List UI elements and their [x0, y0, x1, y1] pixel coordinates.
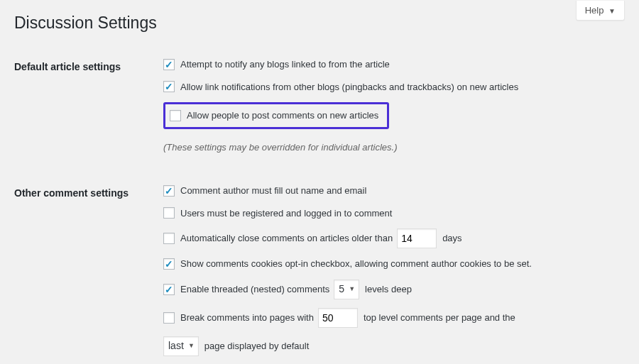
threaded-checkbox[interactable] [163, 284, 175, 295]
allow-pingbacks-label: Allow link notifications from other blog… [180, 80, 518, 94]
threaded-levels-value: 5 [339, 282, 344, 297]
section-header-default-article: Default article settings [14, 47, 156, 173]
break-pages-count-input[interactable] [318, 308, 358, 328]
registered-option[interactable]: Users must be registered and logged in t… [163, 206, 392, 221]
auto-close-days-input[interactable] [397, 228, 437, 248]
break-pages-order-select[interactable]: last [163, 336, 199, 356]
cookies-optin-label: Show comments cookies opt-in checkbox, a… [180, 257, 532, 271]
allow-comments-checkbox[interactable] [170, 110, 181, 121]
chevron-down-icon: ▼ [608, 7, 616, 15]
help-toggle[interactable]: Help ▼ [576, 1, 625, 21]
section-header-other-comment: Other comment settings [14, 173, 156, 364]
notify-blogs-checkbox[interactable] [163, 59, 175, 70]
allow-comments-option[interactable]: Allow people to post comments on new art… [170, 109, 378, 123]
help-label: Help [585, 5, 604, 16]
break-pages-checkbox[interactable] [163, 312, 175, 324]
auto-close-post-label: days [442, 231, 462, 246]
notify-blogs-option[interactable]: Attempt to notify any blogs linked to fr… [163, 57, 390, 72]
allow-comments-label: Allow people to post comments on new art… [187, 109, 378, 123]
auto-close-option[interactable]: Automatically close comments on articles… [163, 231, 393, 246]
allow-pingbacks-option[interactable]: Allow link notifications from other blog… [163, 80, 518, 94]
threaded-pre-label: Enable threaded (nested) comments [180, 282, 329, 297]
page-title: Discussion Settings [14, 7, 625, 35]
default-article-hint: (These settings may be overridden for in… [163, 140, 397, 155]
auto-close-checkbox[interactable] [163, 233, 175, 244]
break-pages-pre-label: Break comments into pages with [180, 311, 314, 325]
cookies-optin-checkbox[interactable] [163, 258, 175, 270]
break-pages-order-value: last [168, 338, 184, 353]
auto-close-pre-label: Automatically close comments on articles… [180, 231, 393, 246]
threaded-levels-select[interactable]: 5 [334, 280, 359, 299]
allow-pingbacks-checkbox[interactable] [163, 81, 175, 92]
threaded-option[interactable]: Enable threaded (nested) comments [163, 282, 329, 297]
registered-checkbox[interactable] [163, 207, 175, 219]
name-email-label: Comment author must fill out name and em… [180, 184, 366, 198]
registered-label: Users must be registered and logged in t… [180, 206, 392, 221]
cookies-optin-option[interactable]: Show comments cookies opt-in checkbox, a… [163, 257, 532, 271]
allow-comments-highlight: Allow people to post comments on new art… [163, 102, 389, 129]
break-pages-mid-label: top level comments per page and the [364, 311, 515, 325]
name-email-checkbox[interactable] [163, 185, 175, 197]
break-pages-post-label: page displayed by default [204, 339, 309, 353]
break-pages-option[interactable]: Break comments into pages with [163, 311, 314, 325]
name-email-option[interactable]: Comment author must fill out name and em… [163, 184, 366, 198]
threaded-post-label: levels deep [365, 282, 412, 297]
notify-blogs-label: Attempt to notify any blogs linked to fr… [180, 57, 390, 72]
